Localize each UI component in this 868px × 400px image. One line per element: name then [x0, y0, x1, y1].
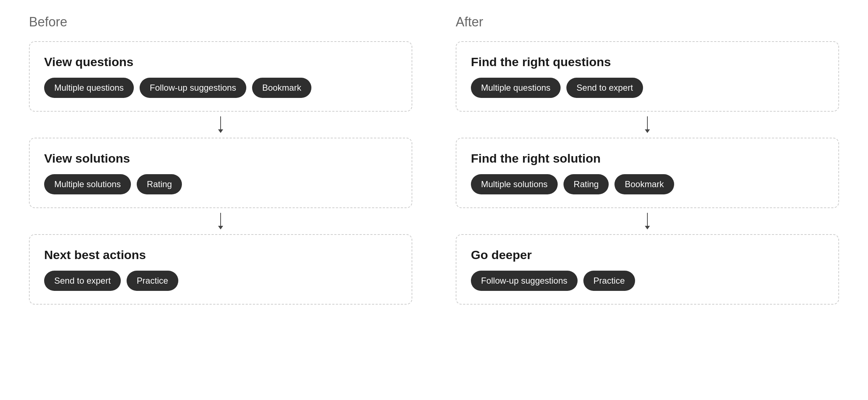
- tag-multiple-questions-before: Multiple questions: [44, 78, 134, 98]
- before-card-view-questions-title: View questions: [44, 55, 397, 69]
- before-arrow-head-2: [218, 226, 223, 229]
- tag-followup-suggestions-after: Follow-up suggestions: [471, 271, 578, 291]
- tag-rating-before: Rating: [137, 174, 182, 194]
- after-arrow-2: [645, 208, 650, 234]
- main-layout: Before View questions Multiple questions…: [29, 14, 839, 305]
- before-card-view-solutions: View solutions Multiple solutions Rating: [29, 138, 412, 208]
- before-arrow-line-1: [220, 116, 221, 129]
- after-title: After: [456, 14, 483, 30]
- tag-followup-suggestions-before: Follow-up suggestions: [140, 78, 246, 98]
- after-column: After Find the right questions Multiple …: [456, 14, 839, 305]
- after-card-go-deeper-tags: Follow-up suggestions Practice: [471, 271, 824, 291]
- before-column: Before View questions Multiple questions…: [29, 14, 412, 305]
- after-card-find-right-solution-tags: Multiple solutions Rating Bookmark: [471, 174, 824, 194]
- after-arrow-line-1: [647, 116, 648, 129]
- after-arrow-line-2: [647, 213, 648, 226]
- after-card-find-right-questions-tags: Multiple questions Send to expert: [471, 78, 824, 98]
- tag-practice-after: Practice: [583, 271, 635, 291]
- before-card-next-best-actions: Next best actions Send to expert Practic…: [29, 234, 412, 305]
- tag-send-to-expert-after: Send to expert: [566, 78, 643, 98]
- before-arrow-head-1: [218, 129, 223, 133]
- after-card-go-deeper: Go deeper Follow-up suggestions Practice: [456, 234, 839, 305]
- after-arrow-head-1: [645, 129, 650, 133]
- tag-multiple-solutions-after: Multiple solutions: [471, 174, 558, 194]
- tag-rating-after: Rating: [563, 174, 609, 194]
- tag-bookmark-after: Bookmark: [614, 174, 674, 194]
- before-card-view-questions-tags: Multiple questions Follow-up suggestions…: [44, 78, 397, 98]
- before-title: Before: [29, 14, 67, 30]
- before-flow: View questions Multiple questions Follow…: [29, 41, 412, 305]
- tag-send-to-expert-before: Send to expert: [44, 271, 121, 291]
- after-flow: Find the right questions Multiple questi…: [456, 41, 839, 305]
- after-arrow-head-2: [645, 226, 650, 229]
- before-arrow-2: [218, 208, 223, 234]
- tag-practice-before: Practice: [127, 271, 178, 291]
- tag-multiple-questions-after: Multiple questions: [471, 78, 561, 98]
- before-card-view-solutions-title: View solutions: [44, 151, 397, 165]
- before-card-view-questions: View questions Multiple questions Follow…: [29, 41, 412, 112]
- before-card-next-best-actions-title: Next best actions: [44, 248, 397, 262]
- before-arrow-1: [218, 112, 223, 138]
- after-card-go-deeper-title: Go deeper: [471, 248, 824, 262]
- after-card-find-right-questions: Find the right questions Multiple questi…: [456, 41, 839, 112]
- tag-multiple-solutions-before: Multiple solutions: [44, 174, 131, 194]
- after-card-find-right-solution: Find the right solution Multiple solutio…: [456, 138, 839, 208]
- after-card-find-right-questions-title: Find the right questions: [471, 55, 824, 69]
- tag-bookmark-before-1: Bookmark: [252, 78, 311, 98]
- after-card-find-right-solution-title: Find the right solution: [471, 151, 824, 165]
- after-arrow-1: [645, 112, 650, 138]
- before-card-next-best-actions-tags: Send to expert Practice: [44, 271, 397, 291]
- before-card-view-solutions-tags: Multiple solutions Rating: [44, 174, 397, 194]
- before-arrow-line-2: [220, 213, 221, 226]
